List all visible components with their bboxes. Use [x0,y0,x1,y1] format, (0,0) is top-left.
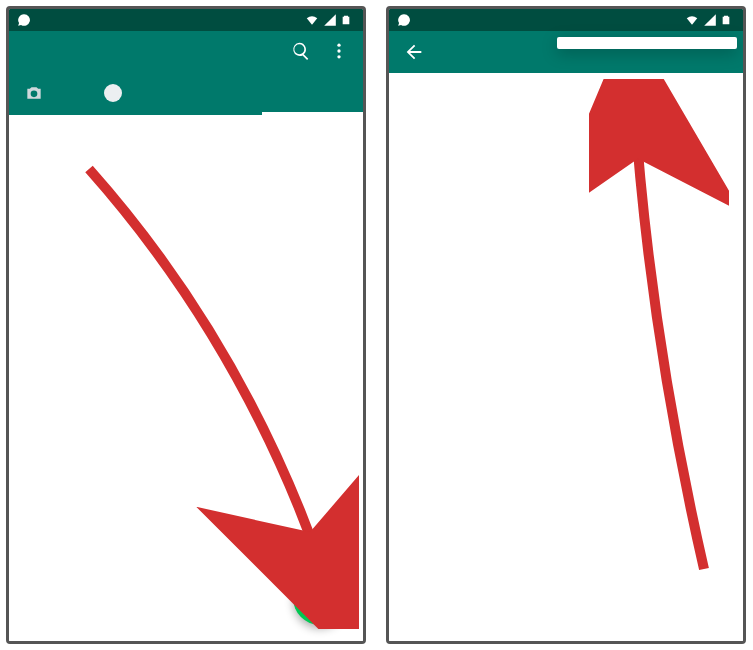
svg-point-0 [337,44,340,47]
signal-icon [703,13,717,27]
tabs [9,71,363,115]
phone-left [6,6,366,644]
tab-chats[interactable] [59,71,160,115]
phone-right [386,6,746,644]
tab-camera[interactable] [9,71,59,115]
status-bar [9,9,363,31]
wifi-icon [685,13,699,27]
tab-calls[interactable] [262,71,363,115]
battery-icon [721,13,731,27]
svg-point-2 [337,55,340,58]
whatsapp-icon [17,13,31,27]
svg-point-1 [337,49,340,52]
status-bar [389,9,743,31]
overflow-menu [557,37,737,49]
signal-icon [323,13,337,27]
battery-icon [341,13,351,27]
more-icon[interactable] [329,41,349,61]
search-icon[interactable] [291,41,311,61]
tab-status[interactable] [160,71,261,115]
new-call-fab[interactable] [293,571,347,625]
wifi-icon [305,13,319,27]
whatsapp-icon [397,13,411,27]
calls-list[interactable] [9,115,363,641]
chats-badge [104,84,122,102]
back-icon[interactable] [403,41,425,63]
contacts-list[interactable] [389,73,743,641]
app-header [9,31,363,71]
